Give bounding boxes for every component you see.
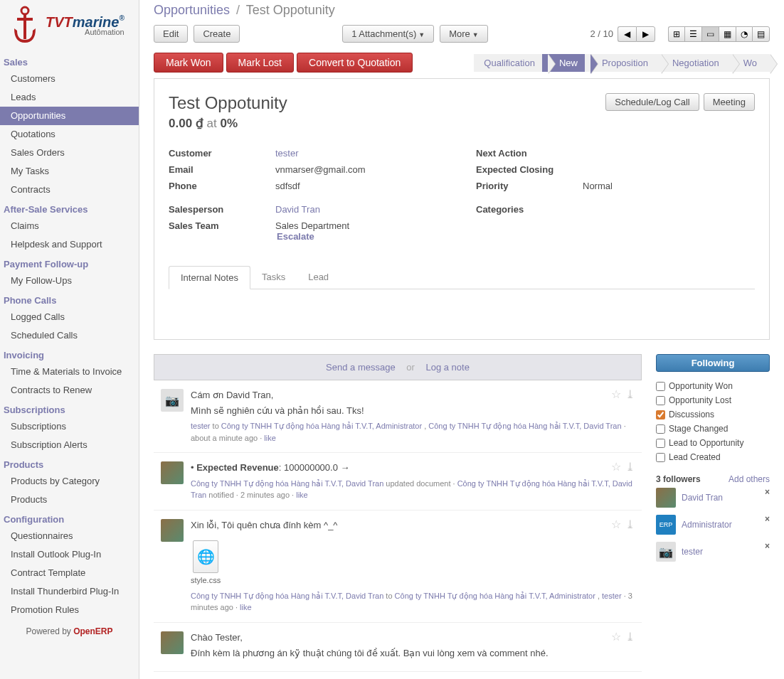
field-value: sdfsdf (275, 181, 300, 191)
nav-item[interactable]: My Tasks (0, 162, 139, 181)
view-graph[interactable]: ◔ (736, 26, 752, 42)
field-row: Categories (476, 201, 755, 218)
logo[interactable]: TVTmarine® Autômation (0, 0, 139, 53)
reply-icon[interactable]: ⤓ (625, 387, 635, 401)
nav-item[interactable]: Promotion Rules (0, 601, 139, 619)
avatar: 📷 (161, 389, 184, 412)
view-calendar[interactable]: ▦ (719, 26, 736, 42)
nav-item[interactable]: Products by Category (0, 472, 139, 491)
field-value: tester (275, 148, 299, 159)
subscription-item[interactable]: Lead to Opportunity (656, 436, 770, 450)
subscription-item[interactable]: Discussions (656, 407, 770, 422)
nav-item[interactable]: Customers (0, 70, 139, 88)
view-list[interactable]: ☰ (684, 26, 701, 42)
nav-item[interactable]: Contracts to Renew (0, 381, 139, 400)
subscription-item[interactable]: Lead Created (656, 450, 770, 464)
nav-item[interactable]: Subscriptions (0, 417, 139, 436)
tab[interactable]: Lead (297, 266, 340, 289)
star-icon[interactable]: ☆ (611, 518, 621, 531)
subscription-checkbox[interactable] (656, 396, 665, 405)
nav-header[interactable]: Sales (0, 55, 139, 70)
log-note-link[interactable]: Log a note (425, 362, 469, 373)
reply-icon[interactable]: ⤓ (625, 518, 635, 531)
nav-item[interactable]: Scheduled Calls (0, 326, 139, 345)
pager-prev[interactable]: ◀ (618, 26, 636, 42)
star-icon[interactable]: ☆ (611, 630, 621, 643)
nav-item[interactable]: Install Outlook Plug-In (0, 545, 139, 564)
subscription-checkbox[interactable] (656, 439, 665, 448)
remove-follower-icon[interactable]: × (765, 487, 770, 497)
reply-icon[interactable]: ⤓ (625, 460, 635, 474)
view-gantt[interactable]: ▤ (752, 26, 770, 42)
remove-follower-icon[interactable]: × (765, 541, 770, 551)
nav-item[interactable]: Subscription Alerts (0, 436, 139, 454)
remove-follower-icon[interactable]: × (765, 514, 770, 524)
following-button[interactable]: Following (656, 354, 770, 372)
form-sheet: Test Oppotunity 0.00 ₫ at 0% Schedule/Lo… (154, 78, 770, 340)
nav-header[interactable]: Subscriptions (0, 402, 139, 417)
view-form[interactable]: ▭ (701, 26, 719, 42)
send-message-link[interactable]: Send a message (326, 362, 396, 373)
attachments-button[interactable]: 1 Attachment(s)▼ (342, 25, 434, 43)
nav-item[interactable]: Questionnaires (0, 527, 139, 545)
nav-header[interactable]: Payment Follow-up (0, 257, 139, 272)
nav-header[interactable]: Invoicing (0, 348, 139, 363)
tab[interactable]: Tasks (250, 266, 297, 289)
openerp-link[interactable]: OpenERP (73, 626, 112, 636)
nav-item[interactable]: Opportunities (0, 107, 139, 125)
nav-item[interactable]: Logged Calls (0, 308, 139, 326)
mark-lost-button[interactable]: Mark Lost (226, 53, 294, 73)
nav-item[interactable]: Contract Template (0, 564, 139, 582)
mark-won-button[interactable]: Mark Won (154, 53, 223, 73)
attachment[interactable]: 🌐style.css (191, 540, 221, 584)
field-row: Phonesdfsdf (169, 178, 447, 194)
tab[interactable]: Internal Notes (169, 266, 250, 289)
nav-item[interactable]: Time & Materials to Invoice (0, 363, 139, 381)
follower-link[interactable]: tester (682, 547, 703, 557)
nav-item[interactable]: Claims (0, 217, 139, 235)
view-kanban[interactable]: ⊞ (668, 26, 684, 42)
nav-item[interactable]: Install Thunderbird Plug-In (0, 582, 139, 601)
nav-item[interactable]: Quotations (0, 125, 139, 144)
subscription-checkbox[interactable] (656, 424, 665, 434)
nav-header[interactable]: Configuration (0, 512, 139, 527)
subscription-item[interactable]: Opportunity Won (656, 379, 770, 393)
subscription-checkbox[interactable] (656, 453, 665, 462)
star-icon[interactable]: ☆ (611, 387, 621, 401)
avatar: 📷 (656, 542, 676, 562)
meeting-button[interactable]: Meeting (704, 93, 755, 111)
breadcrumb-parent[interactable]: Opportunities (154, 3, 230, 17)
field-row: Next Action (476, 145, 755, 161)
record-subtitle: 0.00 ₫ at 0% (169, 116, 287, 131)
pager-next[interactable]: ▶ (636, 26, 655, 42)
create-button[interactable]: Create (194, 25, 240, 43)
convert-quotation-button[interactable]: Convert to Quotation (297, 53, 413, 73)
nav-header[interactable]: Phone Calls (0, 293, 139, 308)
pager: 2 / 10 ◀ ▶ (590, 26, 655, 42)
more-button[interactable]: More▼ (440, 25, 488, 43)
nav-item[interactable]: Leads (0, 88, 139, 107)
message: Chào Tester,Đính kèm là phương án kỹ thu… (154, 623, 642, 672)
star-icon[interactable]: ☆ (611, 460, 621, 474)
escalate-link[interactable]: Escalate (277, 231, 314, 242)
add-others-link[interactable]: Add others (729, 474, 770, 484)
nav-item[interactable]: My Follow-Ups (0, 272, 139, 290)
schedule-call-button[interactable]: Schedule/Log Call (605, 93, 699, 111)
chatter: Send a message or Log a note 📷Cám ơn Dav… (139, 354, 784, 679)
subscription-item[interactable]: Stage Changed (656, 422, 770, 436)
nav-header[interactable]: Products (0, 457, 139, 472)
follower-link[interactable]: David Tran (682, 493, 723, 503)
subscription-checkbox[interactable] (656, 382, 665, 391)
follower-link[interactable]: Administrator (682, 520, 732, 530)
follower-item: ERPAdministrator× (656, 511, 770, 538)
stage[interactable]: Qualification (474, 54, 548, 72)
nav-item[interactable]: Contracts (0, 181, 139, 199)
nav-item[interactable]: Sales Orders (0, 144, 139, 162)
nav-item[interactable]: Products (0, 491, 139, 509)
reply-icon[interactable]: ⤓ (625, 630, 635, 643)
subscription-checkbox[interactable] (656, 410, 665, 419)
nav-header[interactable]: After-Sale Services (0, 202, 139, 217)
edit-button[interactable]: Edit (154, 25, 188, 43)
subscription-item[interactable]: Opportunity Lost (656, 393, 770, 407)
nav-item[interactable]: Helpdesk and Support (0, 235, 139, 254)
